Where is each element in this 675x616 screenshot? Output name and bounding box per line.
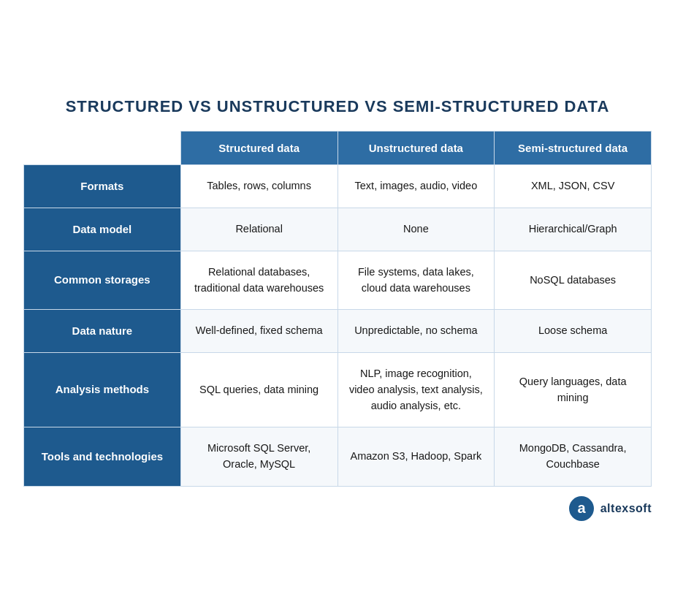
row-cell: File systems, data lakes, cloud data war…: [338, 251, 495, 310]
row-cell: None: [338, 208, 495, 251]
row-label: Tools and technologies: [24, 427, 181, 487]
col-header-semi-structured: Semi-structured data: [495, 132, 652, 165]
row-cell: Query languages, data mining: [495, 353, 652, 427]
row-cell: Well-defined, fixed schema: [180, 310, 338, 353]
row-cell: Relational databases, traditional data w…: [180, 251, 338, 310]
col-header-unstructured: Unstructured data: [338, 132, 495, 165]
table-row: Data natureWell-defined, fixed schemaUnp…: [24, 310, 652, 353]
row-cell: Amazon S3, Hadoop, Spark: [338, 427, 495, 487]
row-cell: NLP, image recognition, video analysis, …: [338, 353, 495, 427]
row-cell: Hierarchical/Graph: [495, 208, 652, 251]
table-row: Analysis methodsSQL queries, data mining…: [24, 353, 652, 427]
row-cell: Microsoft SQL Server, Oracle, MySQL: [180, 427, 338, 487]
svg-text:a: a: [577, 500, 586, 516]
col-header-structured: Structured data: [180, 132, 338, 165]
altexsoft-logo-icon: a: [568, 495, 595, 522]
row-cell: Relational: [180, 208, 338, 251]
row-label: Common storages: [24, 251, 181, 310]
row-cell: XML, JSON, CSV: [495, 165, 652, 208]
page-container: STRUCTURED VS UNSTRUCTURED VS SEMI-STRUC…: [9, 80, 666, 536]
row-cell: SQL queries, data mining: [180, 353, 338, 427]
table-row: Data modelRelationalNoneHierarchical/Gra…: [24, 208, 652, 251]
comparison-table: Structured data Unstructured data Semi-s…: [23, 131, 652, 487]
row-cell: Text, images, audio, video: [338, 165, 495, 208]
row-label: Data model: [24, 208, 181, 251]
row-cell: MongoDB, Cassandra, Couchbase: [495, 427, 652, 487]
logo-row: a altexsoft: [23, 495, 652, 522]
table-row: FormatsTables, rows, columnsText, images…: [24, 165, 652, 208]
row-cell: Unpredictable, no schema: [338, 310, 495, 353]
table-row: Tools and technologiesMicrosoft SQL Serv…: [24, 427, 652, 487]
row-cell: Tables, rows, columns: [180, 165, 338, 208]
row-cell: Loose schema: [495, 310, 652, 353]
row-label: Data nature: [24, 310, 181, 353]
row-label: Formats: [24, 165, 181, 208]
altexsoft-logo-text: altexsoft: [600, 502, 652, 515]
col-header-empty: [24, 132, 181, 165]
page-title: STRUCTURED VS UNSTRUCTURED VS SEMI-STRUC…: [23, 97, 652, 116]
row-label: Analysis methods: [24, 353, 181, 427]
row-cell: NoSQL databases: [495, 251, 652, 310]
table-row: Common storagesRelational databases, tra…: [24, 251, 652, 310]
